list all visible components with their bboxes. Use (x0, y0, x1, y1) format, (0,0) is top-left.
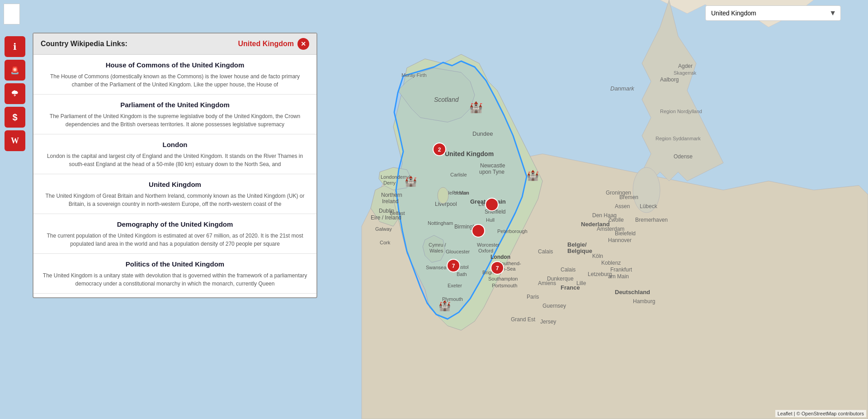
svg-text:Calais: Calais (538, 248, 553, 255)
svg-text:Worcester: Worcester (477, 242, 500, 248)
svg-text:Dublin: Dublin (379, 208, 394, 214)
wiki-entry[interactable]: Politics of the United KingdomThe United… (33, 254, 316, 294)
sidebar-icons: ℹ 🚨 🌩 $ W (5, 36, 25, 151)
wiki-panel-header: Country Wikipedia Links: United Kingdom … (33, 33, 316, 55)
svg-text:Frankfurt: Frankfurt (610, 267, 632, 273)
svg-text:Newcastle: Newcastle (480, 162, 505, 169)
wikipedia-button[interactable]: W (5, 130, 25, 151)
svg-text:Dundee: Dundee (472, 130, 493, 137)
svg-text:Belgie/: Belgie/ (567, 241, 587, 248)
wiki-entry-title: Politics of the United Kingdom (42, 260, 307, 268)
svg-text:Region Syddanmark: Region Syddanmark (656, 136, 701, 141)
wiki-entry[interactable]: Parliament of the United KingdomThe Parl… (33, 95, 316, 134)
wiki-entry-title: House of Commons of the United Kingdom (42, 61, 307, 69)
wiki-close-button[interactable]: ✕ (297, 38, 309, 50)
svg-point-94 (438, 187, 448, 204)
svg-text:🏰: 🏰 (439, 300, 451, 312)
svg-text:upon Tyne: upon Tyne (479, 169, 505, 175)
svg-text:Lübeck: Lübeck (640, 203, 658, 210)
wiki-entry-text: The House of Commons (domestically known… (42, 72, 307, 89)
svg-text:Moray Firth: Moray Firth (401, 72, 427, 78)
svg-text:Grand Est: Grand Est (511, 316, 536, 323)
svg-text:London: London (491, 254, 510, 260)
svg-text:Gloucester: Gloucester (446, 249, 470, 254)
wiki-entry-title: Parliament of the United Kingdom (42, 101, 307, 109)
wiki-entry[interactable]: Demography of the United KingdomThe curr… (33, 214, 316, 254)
svg-text:United Kingdom: United Kingdom (445, 150, 494, 157)
wiki-entry-text: The current population of the United Kin… (42, 232, 307, 248)
svg-text:Carlisle: Carlisle (450, 172, 467, 177)
svg-text:Letzeburg: Letzeburg (588, 271, 612, 277)
wiki-entry-title: Demography of the United Kingdom (42, 220, 307, 228)
svg-point-85 (472, 224, 485, 237)
svg-text:Ireland: Ireland (382, 198, 399, 205)
svg-text:Cymru /: Cymru / (429, 242, 446, 248)
svg-text:Aalborg: Aalborg (660, 76, 679, 83)
svg-text:Bremen: Bremen (619, 194, 638, 200)
svg-text:7: 7 (452, 263, 455, 269)
svg-text:Galway: Galway (375, 226, 392, 232)
weather-button[interactable]: 🌩 (5, 83, 25, 104)
wiki-panel-body[interactable]: House of Commons of the United KingdomTh… (33, 55, 316, 297)
svg-text:Nottingham: Nottingham (428, 220, 453, 226)
close-icon: ✕ (301, 40, 306, 48)
wiki-entry-text: The Parliament of the United Kingdom is … (42, 112, 307, 129)
currency-button[interactable]: $ (5, 107, 25, 128)
wiki-entry[interactable]: LondonLondon is the capital and largest … (33, 134, 316, 174)
svg-text:Derry: Derry (383, 180, 396, 186)
svg-text:Köln: Köln (592, 253, 603, 259)
svg-text:Odense: Odense (674, 153, 693, 160)
wiki-entry-text: The United Kingdom of Great Britain and … (42, 192, 307, 208)
svg-text:Den Haag: Den Haag (592, 212, 617, 219)
svg-text:Assen: Assen (615, 203, 630, 210)
svg-text:Portsmouth: Portsmouth (492, 283, 517, 288)
svg-text:Hannover: Hannover (608, 237, 632, 243)
svg-text:Northern: Northern (381, 192, 402, 198)
svg-text:Scotland: Scotland (434, 96, 459, 103)
svg-text:Region Nordjylland: Region Nordjylland (660, 109, 702, 114)
info-icon: ℹ (13, 41, 17, 52)
country-select-wrapper: United Kingdom France Germany Spain Ital… (705, 5, 841, 21)
svg-text:Cork: Cork (380, 240, 391, 245)
svg-text:Wales: Wales (429, 248, 443, 253)
alert-button[interactable]: 🚨 (5, 60, 25, 81)
svg-text:Amiens: Amiens (538, 280, 556, 286)
svg-text:Jersey: Jersey (540, 319, 556, 325)
svg-text:Exeter: Exeter (448, 283, 462, 288)
wikipedia-icon: W (11, 136, 19, 146)
top-left-panel (4, 4, 20, 24)
svg-text:Bath: Bath (457, 271, 467, 277)
wiki-entry[interactable]: House of Commons of the United KingdomTh… (33, 55, 316, 95)
info-button[interactable]: ℹ (5, 36, 25, 57)
svg-text:Deutschland: Deutschland (615, 289, 650, 295)
country-select[interactable]: United Kingdom France Germany Spain Ital… (705, 5, 841, 21)
svg-text:Swansea: Swansea (426, 265, 447, 270)
weather-icon: 🌩 (11, 89, 19, 99)
svg-text:Skagerrak: Skagerrak (674, 70, 697, 76)
svg-text:Eire / Ireland: Eire / Ireland (371, 214, 401, 221)
wiki-entry-text: The United Kingdom is a unitary state wi… (42, 271, 307, 288)
svg-text:Danmark: Danmark (610, 85, 635, 92)
svg-text:🏰: 🏰 (405, 175, 417, 187)
wiki-entry-text: London is the capital and largest city o… (42, 152, 307, 168)
svg-text:Belgique: Belgique (567, 248, 592, 254)
wiki-country-name: United Kingdom (238, 40, 294, 48)
svg-text:France: France (561, 284, 580, 291)
wiki-entry-title: United Kingdom (42, 181, 307, 188)
svg-text:Agder: Agder (678, 63, 693, 69)
svg-text:Paris: Paris (527, 294, 539, 300)
svg-text:🏰: 🏰 (527, 169, 539, 181)
svg-text:7: 7 (496, 265, 499, 271)
svg-text:Peterborough: Peterborough (497, 229, 528, 234)
svg-text:Nederland: Nederland (581, 221, 610, 228)
wiki-panel: Country Wikipedia Links: United Kingdom … (33, 33, 317, 298)
map-attribution: Leaflet | © OpenStreetMap contributors (775, 410, 866, 417)
wiki-panel-title: Country Wikipedia Links: (41, 40, 127, 48)
svg-text:2: 2 (438, 147, 441, 153)
wiki-entry[interactable]: United KingdomThe United Kingdom of Grea… (33, 174, 316, 214)
dollar-icon: $ (12, 112, 17, 123)
svg-text:🏰: 🏰 (469, 100, 483, 114)
svg-text:Southampton: Southampton (488, 276, 518, 281)
svg-point-84 (486, 198, 498, 211)
svg-text:Hull: Hull (486, 217, 495, 223)
